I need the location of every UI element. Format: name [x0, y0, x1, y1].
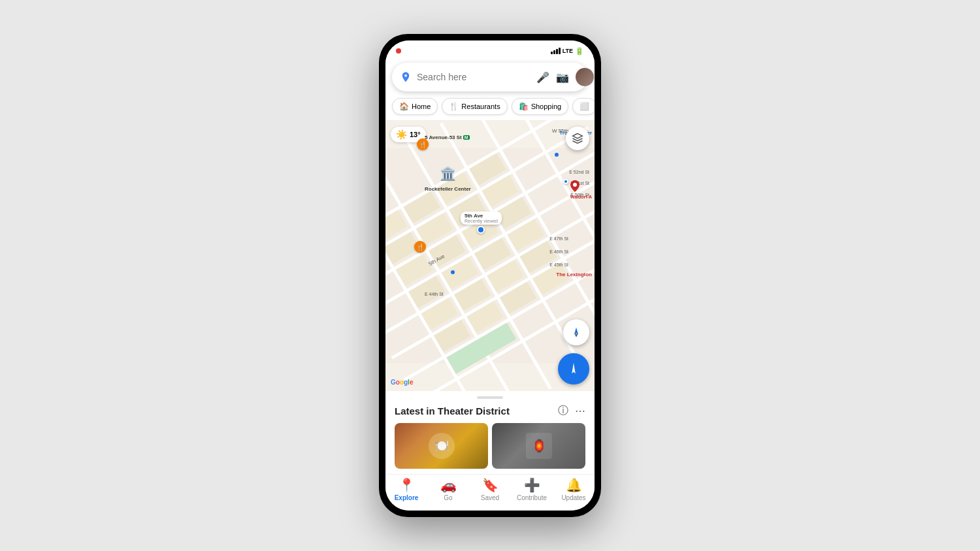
nav-go[interactable]: 🚗 Go [432, 477, 465, 501]
lexington-label: The Lexington [556, 267, 592, 279]
transit-dot-1 [555, 153, 559, 157]
street-e46: E 46th St [549, 244, 568, 256]
nav-saved[interactable]: 🔖 Saved [474, 477, 506, 501]
street-e47: E 47th St [549, 231, 568, 243]
compass-icon [570, 326, 582, 338]
more-options-icon[interactable]: ⋯ [575, 405, 585, 417]
chip-restaurants[interactable]: 🍴 Restaurants [442, 98, 507, 115]
nav-contribute[interactable]: ➕ Contribute [515, 477, 548, 501]
restaurant-pin-top[interactable]: 🍴 [417, 138, 429, 150]
avatar[interactable] [576, 68, 594, 86]
restaurant-pin-mid[interactable]: 🍴 [414, 241, 426, 253]
nav-updates[interactable]: 🔔 Updates [557, 477, 590, 501]
go-icon: 🚗 [440, 477, 457, 493]
svg-point-40 [573, 183, 577, 187]
phone-screen: LTE 🔋 🎤 📷 🏠 Ho [385, 40, 595, 511]
photo-card-food[interactable]: 🍽️ [395, 423, 488, 469]
more-icon: ⬜ [580, 102, 589, 111]
search-bar-container: 🎤 📷 [385, 59, 595, 95]
search-input[interactable] [417, 72, 531, 82]
status-bar: LTE 🔋 [385, 40, 595, 59]
saved-icon: 🔖 [482, 477, 498, 493]
search-icons: 🎤 📷 [536, 68, 594, 86]
restaurants-icon: 🍴 [449, 102, 459, 111]
info-icon[interactable]: ⓘ [558, 404, 568, 418]
theater-title: Latest in Theater District [395, 405, 510, 417]
waldorf-pin[interactable]: Waldorf-A [570, 180, 592, 199]
navigate-button[interactable] [558, 353, 589, 385]
updates-icon: 🔔 [566, 477, 582, 493]
camera-icon[interactable]: 📷 [556, 71, 569, 84]
signal-bar-4 [559, 48, 561, 54]
contribute-label: Contribute [517, 494, 547, 501]
fifth-ave-pin[interactable]: 5th Ave Recently viewed [461, 212, 502, 234]
chip-restaurants-label: Restaurants [461, 102, 500, 110]
google-watermark: Google [391, 379, 413, 386]
explore-label: Explore [395, 494, 419, 501]
metro-label-5ave: 5 Avenue-53 St M [425, 134, 470, 140]
theater-header: Latest in Theater District ⓘ ⋯ [395, 404, 585, 418]
battery-icon: 🔋 [575, 47, 584, 55]
theater-actions: ⓘ ⋯ [558, 404, 585, 418]
transit-dot-2 [451, 270, 455, 274]
location-button[interactable] [563, 319, 589, 345]
drag-handle[interactable] [477, 396, 503, 399]
filter-chips: 🏠 Home 🍴 Restaurants 🛍️ Shopping ⬜ [385, 95, 595, 120]
nav-explore[interactable]: 📍 Explore [390, 477, 423, 501]
signal-bar-1 [551, 52, 553, 54]
phone-device: LTE 🔋 🎤 📷 🏠 Ho [379, 34, 601, 517]
search-bar[interactable]: 🎤 📷 [392, 63, 588, 91]
street-e52: E 52nd St [569, 165, 589, 176]
recording-indicator [396, 48, 401, 54]
home-icon: 🏠 [399, 102, 409, 111]
explore-icon: 📍 [399, 477, 415, 493]
navigate-icon [566, 362, 581, 376]
temperature: 13° [410, 131, 421, 138]
chip-shopping[interactable]: 🛍️ Shopping [512, 98, 569, 115]
saved-label: Saved [481, 494, 499, 501]
updates-label: Updates [561, 494, 585, 501]
bottom-nav: 📍 Explore 🚗 Go 🔖 Saved ➕ Contribute 🔔 [385, 474, 595, 511]
chip-more[interactable]: ⬜ [572, 98, 595, 115]
contribute-icon: ➕ [524, 477, 540, 493]
network-type: LTE [563, 48, 573, 54]
bottom-panel: Latest in Theater District ⓘ ⋯ 🍽️ [385, 391, 595, 511]
status-left [396, 48, 401, 54]
go-label: Go [444, 494, 452, 501]
sun-icon: ☀️ [396, 129, 407, 140]
theater-section: Latest in Theater District ⓘ ⋯ 🍽️ [385, 401, 595, 474]
photo-card-interior[interactable]: 🏮 [492, 423, 585, 469]
signal-bar-2 [553, 50, 555, 54]
map-area[interactable]: ☀️ 13° 5 Avenue-53 St M W 55th St Trump … [385, 120, 595, 391]
photo-row: 🍽️ 🏮 [395, 423, 585, 469]
fifth-ave-street-label: 5th Ave [428, 257, 446, 263]
status-right: LTE 🔋 [551, 47, 584, 55]
signal-bars [551, 48, 561, 54]
street-e44: E 44th St [425, 287, 444, 298]
rockefeller-label: 🏛️ Rockefeller Center [425, 166, 471, 193]
signal-bar-3 [556, 49, 558, 54]
maps-logo-icon [400, 71, 412, 83]
layers-button[interactable] [566, 127, 589, 150]
chip-home[interactable]: 🏠 Home [392, 98, 438, 115]
chip-home-label: Home [412, 102, 431, 110]
layers-icon [572, 133, 583, 144]
microphone-icon[interactable]: 🎤 [536, 71, 549, 84]
chip-shopping-label: Shopping [531, 102, 562, 110]
shopping-icon: 🛍️ [519, 102, 529, 111]
poi-blue-dot [563, 179, 568, 184]
